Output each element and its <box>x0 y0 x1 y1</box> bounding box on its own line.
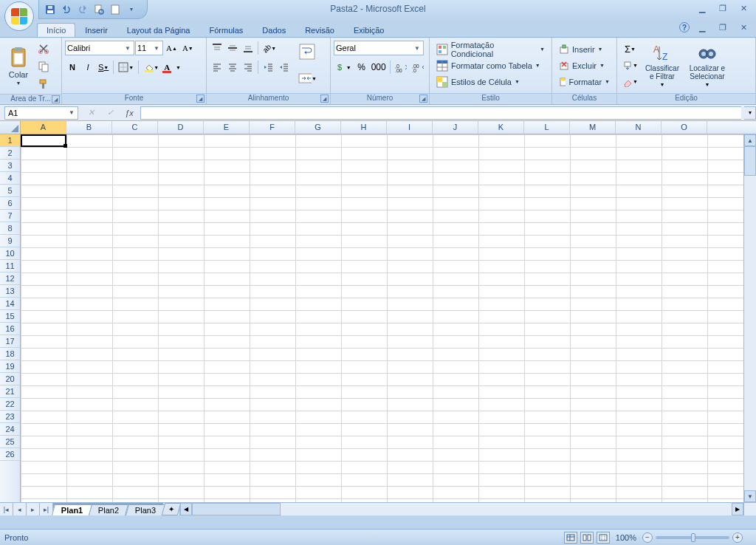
cell-styles-button[interactable]: Estilos de Célula ▼ <box>433 74 549 90</box>
first-sheet-button[interactable]: |◂ <box>0 503 13 515</box>
scroll-up-button[interactable]: ▲ <box>744 134 756 146</box>
row-header[interactable]: 24 <box>0 423 20 436</box>
autosum-button[interactable]: Σ ▼ <box>620 41 640 58</box>
font-launcher[interactable]: ◢ <box>196 95 205 103</box>
align-bottom-button[interactable] <box>241 40 255 56</box>
row-header[interactable]: 1 <box>0 134 20 147</box>
orientation-button[interactable]: ab▼ <box>261 40 278 56</box>
copy-button[interactable] <box>35 58 52 75</box>
prev-sheet-button[interactable]: ◂ <box>13 503 27 515</box>
clipboard-launcher[interactable]: ◢ <box>52 95 60 103</box>
row-header[interactable]: 4 <box>0 172 20 185</box>
hscroll-thumb[interactable] <box>192 503 281 515</box>
align-right-button[interactable] <box>241 59 255 75</box>
column-header[interactable]: A <box>21 121 66 134</box>
page-layout-view-button[interactable] <box>580 532 594 544</box>
tab-inicio[interactable]: Início <box>37 23 75 37</box>
column-header[interactable]: J <box>433 121 478 134</box>
doc-restore-button[interactable]: ❐ <box>715 22 731 32</box>
row-header[interactable]: 19 <box>0 360 20 373</box>
office-button[interactable] <box>4 1 34 31</box>
doc-minimize-button[interactable]: ▁ <box>694 22 710 32</box>
row-header[interactable]: 15 <box>0 310 20 323</box>
cells-area[interactable] <box>21 134 743 502</box>
accounting-format-button[interactable]: $▼ <box>334 59 354 75</box>
enter-formula-button[interactable]: ✓ <box>102 106 118 120</box>
page-break-view-button[interactable] <box>597 532 610 544</box>
clear-button[interactable]: ▼ <box>620 74 640 90</box>
column-header[interactable]: K <box>478 121 524 134</box>
expand-formula-bar-button[interactable]: ▾ <box>744 106 756 120</box>
scroll-down-button[interactable]: ▼ <box>744 490 756 502</box>
align-left-button[interactable] <box>210 59 224 75</box>
row-header[interactable]: 2 <box>0 147 20 160</box>
name-box[interactable]: A1▼ <box>4 106 78 120</box>
row-header[interactable]: 10 <box>0 247 20 260</box>
conditional-formatting-button[interactable]: Formatação Condicional ▼ <box>433 41 549 58</box>
normal-view-button[interactable] <box>564 532 577 544</box>
insert-function-button[interactable]: ƒx <box>121 106 137 120</box>
tab-inserir[interactable]: Inserir <box>75 23 117 37</box>
new-sheet-button[interactable]: ✦ <box>161 503 181 515</box>
font-color-button[interactable]: A▼ <box>162 59 183 75</box>
row-header[interactable]: 21 <box>0 385 20 398</box>
format-painter-button[interactable] <box>35 76 52 92</box>
shrink-font-button[interactable]: A▼ <box>180 40 196 56</box>
column-header[interactable]: N <box>616 121 662 134</box>
help-icon[interactable]: ? <box>679 22 690 32</box>
scroll-right-button[interactable]: ▶ <box>732 503 743 515</box>
number-format-combo[interactable]: Geral▼ <box>334 41 424 55</box>
row-header[interactable]: 8 <box>0 222 20 235</box>
zoom-percent[interactable]: 100% <box>616 533 636 542</box>
undo-icon[interactable] <box>60 3 73 16</box>
merge-center-button[interactable]: ▼ <box>295 66 319 91</box>
borders-button[interactable]: ▼ <box>116 59 136 75</box>
percent-button[interactable]: % <box>354 59 369 75</box>
tab-formulas[interactable]: Fórmulas <box>200 23 253 37</box>
alignment-launcher[interactable]: ◢ <box>320 95 329 103</box>
row-header[interactable]: 25 <box>0 436 20 448</box>
row-header[interactable]: 9 <box>0 235 20 247</box>
row-header[interactable]: 17 <box>0 335 20 348</box>
zoom-slider[interactable] <box>656 536 729 539</box>
print-preview-icon[interactable] <box>92 3 106 16</box>
delete-cells-button[interactable]: Excluir ▼ <box>555 58 614 74</box>
format-cells-button[interactable]: Formatar ▼ <box>555 74 614 90</box>
format-as-table-button[interactable]: Formatar como Tabela ▼ <box>433 58 549 74</box>
restore-button[interactable]: ❐ <box>715 3 731 13</box>
row-header[interactable]: 16 <box>0 323 20 335</box>
wrap-text-button[interactable] <box>295 39 319 64</box>
column-header[interactable]: O <box>662 121 707 134</box>
column-header[interactable]: G <box>295 121 341 134</box>
formula-input[interactable] <box>140 106 741 120</box>
tab-dados[interactable]: Dados <box>252 23 295 37</box>
row-header[interactable]: 12 <box>0 272 20 285</box>
row-header[interactable]: 20 <box>0 373 20 385</box>
increase-decimal-button[interactable]: ,0,00 <box>393 59 409 75</box>
redo-icon[interactable] <box>76 3 89 16</box>
doc-close-button[interactable]: ✕ <box>735 22 752 32</box>
next-sheet-button[interactable]: ▸ <box>27 503 40 515</box>
last-sheet-button[interactable]: ▸| <box>40 503 53 515</box>
tab-exibicao[interactable]: Exibição <box>344 23 394 37</box>
sheet-tab[interactable]: Plan2 <box>89 504 128 515</box>
cut-button[interactable] <box>35 41 52 57</box>
row-header[interactable]: 13 <box>0 285 20 298</box>
font-size-combo[interactable]: 11▼ <box>135 41 163 55</box>
row-header[interactable]: 6 <box>0 197 20 210</box>
row-header[interactable]: 26 <box>0 448 20 461</box>
bold-button[interactable]: N <box>65 59 80 75</box>
vscroll-thumb[interactable] <box>744 146 756 176</box>
fill-color-button[interactable]: ▼ <box>141 59 161 75</box>
column-header[interactable]: M <box>570 121 616 134</box>
column-header[interactable]: C <box>112 121 158 134</box>
minimize-button[interactable]: ▁ <box>694 3 710 13</box>
increase-indent-button[interactable] <box>276 59 291 75</box>
decrease-decimal-button[interactable]: ,00,0 <box>410 59 426 75</box>
sort-filter-button[interactable]: AZ Classificar e Filtrar▼ <box>642 39 683 92</box>
tab-revisao[interactable]: Revisão <box>295 23 344 37</box>
row-header[interactable]: 7 <box>0 210 20 222</box>
zoom-out-button[interactable]: − <box>642 532 653 543</box>
row-header[interactable]: 3 <box>0 160 20 172</box>
sheet-tab[interactable]: Plan1 <box>52 504 92 515</box>
